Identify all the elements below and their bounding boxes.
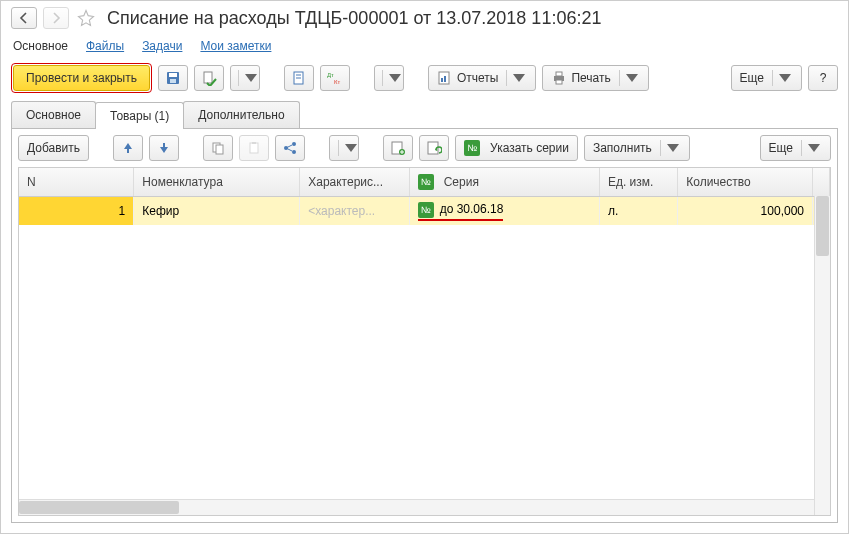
col-header-quantity[interactable]: Количество — [678, 168, 813, 196]
series-badge-icon: № — [464, 140, 480, 156]
col-header-series[interactable]: № Серия — [410, 168, 600, 196]
debit-credit-button[interactable]: ДтКт — [320, 65, 350, 91]
horizontal-scrollbar[interactable] — [19, 499, 814, 515]
list-plus-icon — [390, 140, 406, 156]
share-icon — [282, 140, 298, 156]
topnav-files[interactable]: Файлы — [86, 39, 124, 53]
more-label: Еще — [740, 71, 764, 85]
reports-button[interactable]: Отчеты — [428, 65, 536, 91]
svg-point-21 — [284, 146, 288, 150]
series-underline: №до 30.06.18 — [418, 202, 504, 221]
cell-series[interactable]: №до 30.06.18 — [410, 197, 600, 225]
tab-content-goods: Добавить — [11, 129, 838, 523]
svg-rect-2 — [170, 79, 176, 83]
topnav-tasks[interactable]: Задачи — [142, 39, 182, 53]
list-refresh-button[interactable] — [419, 135, 449, 161]
paste-icon — [246, 140, 262, 156]
topnav-notes[interactable]: Мои заметки — [200, 39, 271, 53]
svg-line-25 — [287, 149, 292, 152]
cell-unit[interactable]: л. — [600, 197, 678, 225]
specify-series-button[interactable]: № Указать серии — [455, 135, 578, 161]
report-icon — [437, 70, 453, 86]
svg-rect-3 — [204, 72, 212, 83]
col-header-unit[interactable]: Ед. изм. — [600, 168, 678, 196]
series-value: до 30.06.18 — [440, 202, 504, 216]
add-row-button[interactable]: Добавить — [18, 135, 89, 161]
svg-point-22 — [292, 142, 296, 146]
create-based-on-button[interactable] — [284, 65, 314, 91]
highlight-post-close: Провести и закрыть — [11, 63, 152, 93]
top-nav: Основное Файлы Задачи Мои заметки — [11, 33, 838, 63]
tabs: Основное Товары (1) Дополнительно — [11, 101, 838, 129]
header: Списание на расходы ТДЦБ-000001 от 13.07… — [11, 7, 838, 29]
list-add-button[interactable] — [383, 135, 413, 161]
characteristic-placeholder: <характер... — [308, 204, 375, 218]
col-header-characteristic[interactable]: Характерис... — [300, 168, 409, 196]
more-button[interactable]: Еще — [731, 65, 802, 91]
post-button[interactable] — [194, 65, 224, 91]
save-button[interactable] — [158, 65, 188, 91]
svg-line-24 — [287, 145, 292, 148]
copy-button[interactable] — [203, 135, 233, 161]
print-button[interactable]: Печать — [542, 65, 648, 91]
svg-rect-19 — [250, 143, 258, 153]
tab-toolbar: Добавить — [18, 135, 831, 161]
cell-quantity[interactable]: 100,000 — [678, 197, 813, 225]
post-and-close-button[interactable]: Провести и закрыть — [13, 65, 150, 91]
arrow-down-icon — [156, 140, 172, 156]
floppy-icon — [165, 70, 181, 86]
svg-rect-12 — [441, 78, 443, 82]
cell-characteristic[interactable]: <характер... — [300, 197, 409, 225]
printer-icon — [551, 70, 567, 86]
help-button[interactable]: ? — [808, 65, 838, 91]
col-header-rest — [813, 168, 830, 196]
svg-rect-15 — [556, 72, 562, 76]
move-up-button[interactable] — [113, 135, 143, 161]
main-toolbar: Провести и закрыть ДтКт Отчеты — [11, 63, 838, 93]
tab-extra[interactable]: Дополнительно — [183, 101, 299, 128]
vertical-scroll-thumb[interactable] — [816, 196, 829, 256]
dt-kt-icon: ДтКт — [327, 70, 343, 86]
col-header-nomenclature[interactable]: Номенклатура — [134, 168, 300, 196]
topnav-main[interactable]: Основное — [13, 39, 68, 53]
unpost-button[interactable] — [230, 65, 260, 91]
paste-button[interactable] — [239, 135, 269, 161]
svg-rect-1 — [169, 73, 177, 77]
nav-back-button[interactable] — [11, 7, 37, 29]
document-check-icon — [201, 70, 217, 86]
goods-grid: N Номенклатура Характерис... № Серия Ед.… — [18, 167, 831, 516]
series-header-badge-icon: № — [418, 174, 434, 190]
vertical-scrollbar[interactable] — [814, 196, 830, 515]
svg-text:Кт: Кт — [334, 79, 340, 85]
tab-more-button[interactable]: Еще — [760, 135, 831, 161]
series-row-badge-icon: № — [418, 202, 434, 218]
table-row[interactable]: 1 Кефир <характер... №до 30.06.18 л. 100… — [19, 197, 830, 225]
svg-point-23 — [292, 150, 296, 154]
app-window: Списание на расходы ТДЦБ-000001 от 13.07… — [0, 0, 849, 534]
cell-nomenclature[interactable]: Кефир — [134, 197, 300, 225]
tab-main[interactable]: Основное — [11, 101, 96, 128]
svg-text:Дт: Дт — [327, 72, 334, 78]
move-down-button[interactable] — [149, 135, 179, 161]
svg-rect-20 — [252, 142, 256, 144]
reports-label: Отчеты — [457, 71, 498, 85]
svg-rect-16 — [556, 80, 562, 84]
refresh-icon — [426, 140, 442, 156]
barcode-button[interactable] — [329, 135, 359, 161]
fill-label: Заполнить — [593, 141, 652, 155]
grid-header: N Номенклатура Характерис... № Серия Ед.… — [19, 168, 830, 197]
copy-icon — [210, 140, 226, 156]
horizontal-scroll-thumb[interactable] — [19, 501, 179, 514]
page-title: Списание на расходы ТДЦБ-000001 от 13.07… — [107, 8, 601, 29]
share-button[interactable] — [275, 135, 305, 161]
cell-n[interactable]: 1 — [19, 197, 134, 225]
fill-button[interactable]: Заполнить — [584, 135, 690, 161]
tab-goods[interactable]: Товары (1) — [95, 102, 184, 129]
tab-more-label: Еще — [769, 141, 793, 155]
svg-rect-18 — [216, 145, 223, 154]
nav-forward-button[interactable] — [43, 7, 69, 29]
add-file-button[interactable] — [374, 65, 404, 91]
col-header-n[interactable]: N — [19, 168, 134, 196]
favorite-star-icon[interactable] — [75, 7, 97, 29]
col-header-series-label: Серия — [444, 175, 479, 189]
